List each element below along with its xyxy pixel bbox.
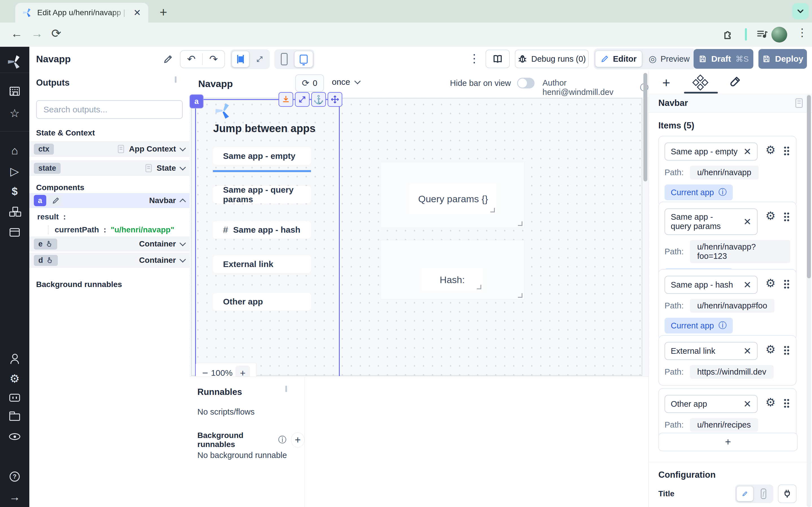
nav-item-query-params[interactable]: Same app - query params <box>213 186 311 203</box>
deploy-button[interactable]: Deploy <box>758 49 807 69</box>
sidebar-item-workers[interactable] <box>0 394 29 402</box>
sidebar-item-home[interactable]: ⌂ <box>0 145 29 156</box>
windmill-logo-icon[interactable] <box>0 55 29 69</box>
sidebar-item-users[interactable] <box>0 354 29 364</box>
browser-menu-icon[interactable]: ⋮ <box>797 27 808 38</box>
path-value[interactable]: u/henri/navapp <box>690 166 759 179</box>
sidebar-item-audit[interactable] <box>0 433 29 440</box>
item-label-input[interactable]: External link ✕ <box>665 342 758 360</box>
resize-handle[interactable] <box>490 208 495 212</box>
styling-tab[interactable] <box>728 75 741 89</box>
tab-close-icon[interactable]: ✕ <box>133 8 141 17</box>
chevron-down-icon[interactable] <box>180 145 186 152</box>
sidebar-item-runs[interactable]: ▷ <box>0 166 29 177</box>
gear-icon[interactable]: ⚙ <box>765 210 776 221</box>
info-icon[interactable]: ⓘ <box>278 434 287 446</box>
item-label-input[interactable]: Other app ✕ <box>665 395 758 413</box>
json-icon[interactable] <box>118 145 124 153</box>
debug-runs-button[interactable]: Debug runs (0) <box>515 50 589 68</box>
chevron-up-icon[interactable] <box>180 199 186 205</box>
query-params-container[interactable]: Query params {} <box>380 162 524 228</box>
extensions-icon[interactable] <box>722 28 735 41</box>
sidebar-item-settings[interactable]: ⚙ <box>0 373 29 384</box>
gear-icon[interactable]: ⚙ <box>765 344 776 355</box>
rename-app-icon[interactable] <box>163 54 173 64</box>
panel-scrollbar-track[interactable] <box>807 94 811 507</box>
forward-icon[interactable]: → <box>31 27 43 40</box>
anchor-component-button[interactable]: ⚓ <box>311 92 326 107</box>
profile-avatar[interactable] <box>771 27 787 43</box>
info-icon[interactable]: ⓘ <box>718 187 726 198</box>
centered-layout-button[interactable] <box>232 51 249 67</box>
media-controls-icon[interactable] <box>756 28 769 41</box>
docs-button[interactable] <box>486 50 510 68</box>
drag-handle-icon[interactable] <box>783 146 790 156</box>
collapse-panel-icon[interactable] <box>795 98 803 108</box>
sidebar-item-resources[interactable] <box>0 207 29 217</box>
more-options-icon[interactable]: ⋮ <box>469 52 480 65</box>
hash-container[interactable]: Hash: <box>380 240 524 300</box>
hide-bar-toggle[interactable] <box>517 78 535 89</box>
clear-icon[interactable]: ✕ <box>744 346 752 356</box>
drag-handle-icon[interactable] <box>783 345 790 355</box>
sidebar-item-variables[interactable]: $ <box>0 185 29 198</box>
drag-handle-icon[interactable] <box>783 398 790 408</box>
container-d-row[interactable]: d Container <box>29 253 190 268</box>
item-label-input[interactable]: Same app - query params ✕ <box>665 209 758 235</box>
window-chevron-button[interactable] <box>792 3 809 19</box>
static-mode-button[interactable] <box>737 486 753 501</box>
fill-height-button[interactable] <box>278 92 293 107</box>
clear-icon[interactable]: ✕ <box>744 217 752 226</box>
clear-icon[interactable]: ✕ <box>744 280 752 290</box>
insert-component-tab[interactable]: + <box>662 75 670 91</box>
resize-handle[interactable] <box>477 285 481 289</box>
hash-text[interactable]: Hash: <box>421 269 483 291</box>
undo-icon[interactable]: ↶ <box>181 53 203 65</box>
ctx-row[interactable]: ctx App Context <box>29 142 190 157</box>
container-e-row[interactable]: e Container <box>29 237 190 251</box>
clear-icon[interactable]: ✕ <box>744 399 752 409</box>
chevron-down-icon[interactable] <box>180 256 186 263</box>
sidebar-item-favorites[interactable]: ☆ <box>0 108 29 119</box>
drag-handle-icon[interactable] <box>783 279 790 289</box>
chevron-down-icon[interactable] <box>180 240 186 246</box>
sidebar-item-workspace[interactable] <box>0 87 29 96</box>
desktop-preview-button[interactable] <box>294 51 313 67</box>
sidebar-item-help[interactable]: ? <box>0 471 29 482</box>
edit-id-icon[interactable] <box>50 195 62 206</box>
move-component-button[interactable] <box>327 92 342 107</box>
component-selection-badge[interactable]: a <box>190 94 204 108</box>
chevron-down-icon[interactable] <box>180 164 186 171</box>
refresh-button[interactable]: ⟳ 0 <box>295 74 324 92</box>
tab-preview[interactable]: ◎ Preview <box>644 51 695 67</box>
collapse-panel-icon[interactable] <box>285 386 287 392</box>
resize-handle[interactable] <box>518 293 522 298</box>
frequency-dropdown[interactable]: once <box>332 77 360 87</box>
tab-editor[interactable]: Editor <box>595 51 642 67</box>
path-value[interactable]: u/henri/navapp?foo=123 <box>690 240 790 263</box>
canvas-scrollbar[interactable] <box>644 73 647 181</box>
draft-button[interactable]: Draft ⌘S <box>694 49 753 69</box>
nav-item-external-link[interactable]: External link <box>213 256 311 273</box>
currentpath-key[interactable]: currentPath <box>55 225 99 234</box>
reload-icon[interactable]: ⟳ <box>51 27 61 40</box>
app-canvas[interactable]: a ⚓ Jump between apps Same app - emp <box>190 97 649 377</box>
path-value[interactable]: https://windmill.dev <box>690 365 774 379</box>
result-key[interactable]: result <box>37 212 59 221</box>
collapse-panel-icon[interactable] <box>175 76 176 83</box>
item-label-input[interactable]: Same app - empty ✕ <box>665 143 758 161</box>
info-icon[interactable]: ⓘ <box>718 320 726 331</box>
fullscreen-layout-button[interactable] <box>251 51 268 67</box>
currentpath-value[interactable]: "u/henri/navapp" <box>110 225 174 234</box>
redo-icon[interactable]: ↷ <box>203 53 224 65</box>
clear-icon[interactable]: ✕ <box>744 147 752 156</box>
navbar-component-row[interactable]: a Navbar <box>29 193 190 208</box>
resize-handle[interactable] <box>518 221 522 226</box>
gear-icon[interactable]: ⚙ <box>765 397 776 408</box>
path-value[interactable]: u/henri/navapp#foo <box>690 299 774 313</box>
item-label-input[interactable]: Same app - hash ✕ <box>665 276 758 294</box>
connect-input-button[interactable] <box>778 485 797 503</box>
json-icon[interactable] <box>145 164 151 172</box>
add-item-button[interactable]: + <box>658 433 798 451</box>
new-tab-button[interactable]: + <box>160 4 167 20</box>
